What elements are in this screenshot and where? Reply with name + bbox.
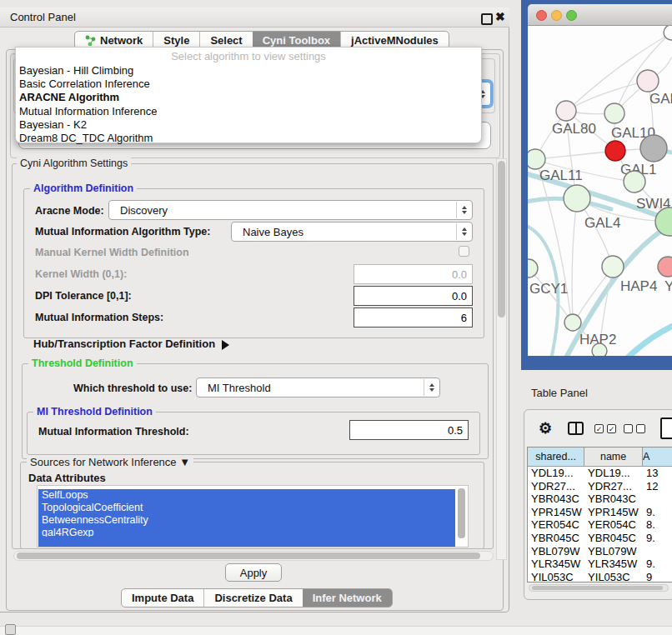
tab-impute-data[interactable]: Impute Data (122, 589, 203, 607)
kernel-width-field[interactable]: 0.0 (354, 264, 473, 284)
close-icon[interactable]: ✖ (495, 10, 505, 23)
tab-label: Infer Network (313, 592, 382, 604)
column-header-2[interactable]: name (584, 448, 643, 466)
table-horizontal-scrollbar[interactable] (529, 584, 669, 592)
network-window-titlebar (528, 4, 672, 26)
mi-threshold-label: Mutual Information Threshold: (38, 426, 189, 438)
network-edge[interactable] (572, 199, 577, 321)
table-row[interactable]: YBR043CYBR043C (528, 492, 672, 506)
sources-title: Sources for Network Inference (30, 456, 177, 468)
tab-jactivemnodules[interactable]: jActiveMNodules (340, 32, 449, 48)
status-bar (0, 626, 672, 635)
list-vertical-scrollbar-thumb[interactable] (458, 488, 465, 538)
unchecked-columns-icon[interactable] (624, 424, 645, 433)
node-attribute-table[interactable]: shared...nameAYDL19...YDL19...13YDR27...… (527, 447, 672, 582)
network-canvas[interactable]: GALGAL80GAL10GAL1GAL11SWI4GAL4GCY1HAP4YH… (528, 26, 672, 356)
list-item[interactable] (38, 537, 455, 548)
sources-toggle[interactable]: Sources for Network Inference ▼ (27, 456, 193, 468)
data-attributes-list[interactable]: SelfLoopsTopologicalCoefficientBetweenne… (37, 485, 469, 548)
mi-threshold-field[interactable]: 0.5 (349, 420, 469, 440)
minimized-panel-icon[interactable] (5, 624, 16, 635)
table-cell: 9. (643, 506, 672, 519)
list-item[interactable]: TopologicalCoefficient (38, 502, 455, 514)
network-node-gal11[interactable] (528, 149, 545, 169)
apply-button[interactable]: Apply (225, 563, 282, 582)
table-horizontal-scrollbar-thumb[interactable] (532, 586, 663, 590)
manual-kernel-checkbox[interactable] (459, 246, 469, 257)
threshold-definition-title: Threshold Definition (28, 358, 137, 369)
dpi-tolerance-field[interactable]: 0.0 (354, 286, 473, 306)
table-row[interactable]: YDR27...YDR27...12 (528, 480, 672, 493)
network-node-swi4[interactable] (624, 171, 645, 192)
popup-item[interactable]: Bayesian - K2 (16, 118, 481, 132)
network-node-y[interactable] (658, 257, 672, 277)
network-node-gal10[interactable] (604, 103, 624, 123)
popup-item[interactable]: Basic Correlation Inference (16, 78, 481, 91)
table-row[interactable]: YBR045CYBR045C9. (528, 532, 672, 545)
float-window-icon[interactable] (481, 13, 493, 25)
column-header-3[interactable]: A (643, 448, 672, 466)
list-item[interactable]: BetweennessCentrality (38, 514, 455, 527)
popup-item[interactable]: ARACNE Algorithm (16, 91, 481, 104)
node-label: Y (664, 278, 672, 294)
settings-vertical-scrollbar-thumb[interactable] (498, 161, 505, 318)
table-cell: YBL079W (584, 545, 643, 558)
list-item[interactable]: SelfLoops (38, 489, 455, 502)
minimize-traffic-light-icon[interactable] (551, 10, 562, 21)
tab-style[interactable]: Style (153, 32, 199, 48)
popup-item[interactable]: Mutual Information Inference (16, 105, 481, 118)
table-row[interactable]: YDL19...YDL19...13 (528, 467, 672, 480)
popup-item[interactable]: Dream8 DC_TDC Algorithm (16, 132, 481, 145)
checked-columns-icon[interactable]: ✓✓ (594, 424, 616, 433)
network-node-hap4[interactable] (602, 256, 624, 278)
table-row[interactable]: YPR145WYPR145W9. (528, 506, 672, 519)
network-node-gal4[interactable] (564, 185, 590, 212)
popup-items: Bayesian - Hill ClimbingBasic Correlatio… (16, 64, 481, 145)
table-cell: YER054C (528, 518, 584, 532)
which-threshold-combo[interactable]: MI Threshold (196, 378, 440, 398)
table-row[interactable]: YLR345WYLR345W9. (528, 558, 672, 571)
column-header-1[interactable]: shared... (528, 448, 584, 466)
network-node-hap2[interactable] (564, 314, 581, 331)
network-node[interactable] (592, 343, 607, 356)
table-row[interactable]: YBL079WYBL079W (528, 545, 672, 558)
document-icon[interactable] (660, 418, 672, 439)
mi-steps-field[interactable]: 6 (354, 308, 473, 328)
mi-threshold-value: 0.5 (448, 424, 463, 437)
network-node-gcy1[interactable] (528, 259, 538, 278)
mi-type-label: Mutual Information Algorithm Type: (35, 226, 210, 238)
popup-item[interactable]: Bayesian - Hill Climbing (16, 64, 481, 78)
zoom-traffic-light-icon[interactable] (566, 10, 577, 21)
gear-icon[interactable]: ⚙ (539, 419, 552, 438)
table-row[interactable]: YER054CYER054C8. (528, 518, 672, 532)
table-cell: 9. (643, 558, 672, 571)
table-cell: YIL053C (528, 571, 584, 582)
table-row[interactable]: YIL053CYIL053C9 (528, 571, 672, 582)
tab-cyni-toolbox[interactable]: Cyni Toolbox (253, 32, 340, 48)
aracne-mode-combo[interactable]: Discovery (108, 200, 473, 220)
hub-definition-toggle[interactable]: Hub/Transcription Factor Definition (33, 338, 229, 350)
table-cell: YBL079W (528, 545, 584, 558)
network-edge[interactable] (626, 322, 672, 356)
network-edge[interactable] (536, 151, 615, 159)
bottom-tabs: Impute DataDiscretize DataInfer Network (121, 588, 393, 608)
settings-horizontal-scrollbar-thumb[interactable] (17, 552, 480, 559)
tab-network[interactable]: Network (75, 32, 153, 48)
tab-discretize-data[interactable]: Discretize Data (203, 589, 302, 607)
table-cell: YDL19... (528, 467, 584, 480)
table-panel-title: Table Panel (531, 387, 588, 399)
table-cell: YBR043C (584, 492, 643, 506)
table-cell: YER054C (584, 518, 643, 532)
tab-infer-network[interactable]: Infer Network (303, 589, 392, 607)
tab-select[interactable]: Select (199, 32, 252, 48)
network-node-gal80[interactable] (556, 101, 576, 121)
table-cell: YLR345W (528, 558, 584, 571)
network-node-gal1[interactable] (605, 141, 625, 161)
settings-horizontal-scrollbar[interactable] (13, 551, 494, 561)
mi-type-combo[interactable]: Naive Bayes (231, 222, 473, 242)
network-node-gal[interactable] (637, 70, 659, 92)
settings-vertical-scrollbar[interactable] (496, 158, 507, 560)
close-traffic-light-icon[interactable] (536, 10, 547, 21)
network-node[interactable] (640, 135, 667, 162)
columns-icon[interactable] (568, 422, 584, 435)
